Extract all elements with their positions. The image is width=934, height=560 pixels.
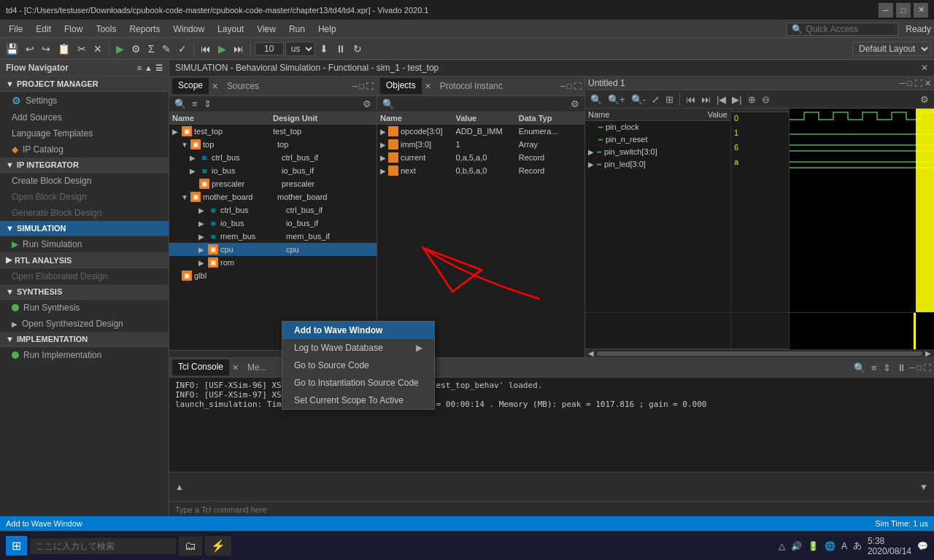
nav-item-generate-block-design[interactable]: Generate Block Design xyxy=(0,205,169,221)
flow-nav-collapse-icon[interactable]: ≡ xyxy=(137,63,142,73)
ctx-log-to-wave-database[interactable]: Log to Wave Database ▶ xyxy=(282,339,434,357)
sum-button[interactable]: Σ xyxy=(145,42,158,56)
nav-item-language-templates[interactable]: Language Templates xyxy=(0,125,169,141)
tcl-collapse-button[interactable]: ≡ xyxy=(869,362,879,374)
minimize-button[interactable]: ─ xyxy=(879,3,893,18)
objects-close[interactable]: ✕ xyxy=(425,82,431,91)
scope-row-top[interactable]: ▼ ▣ top top xyxy=(169,138,377,151)
menu-layout[interactable]: Layout xyxy=(212,23,250,36)
nav-item-create-block-design[interactable]: Create Block Design xyxy=(0,173,169,189)
wave-next-cursor-button[interactable]: ⏭ xyxy=(699,93,713,106)
tcl-scroll-up[interactable]: ▲ xyxy=(175,482,184,492)
nav-section-rtl-analysis-header[interactable]: ▶ RTL ANALYSIS xyxy=(0,252,169,268)
scroll-right-icon[interactable]: ▶ xyxy=(925,349,931,357)
wave-settings-button[interactable]: ⚙ xyxy=(918,93,931,106)
cut-button[interactable]: ✂ xyxy=(74,42,89,56)
tcl-fullscreen-icon[interactable]: ⛶ xyxy=(923,363,931,372)
wave-marker-button[interactable]: |◀ xyxy=(714,93,728,106)
obj-row-next[interactable]: ▶ next 0,b,6,a,0 Record xyxy=(377,164,584,177)
refresh-button[interactable]: ↻ xyxy=(350,42,365,56)
sim-close-button[interactable]: ✕ xyxy=(921,63,928,73)
nav-item-ip-catalog[interactable]: ◆ IP Catalog xyxy=(0,141,169,158)
nav-item-run-synthesis[interactable]: Run Synthesis xyxy=(0,300,169,316)
tcl-expand-button[interactable]: ⇕ xyxy=(881,362,893,374)
maximize-button[interactable]: □ xyxy=(896,3,911,18)
edit-button[interactable]: ✎ xyxy=(159,42,174,56)
wave-name-row-led[interactable]: ▶ ━ pin_led[3:0] xyxy=(585,158,730,171)
wave-search-button[interactable]: 🔍 xyxy=(588,93,604,106)
delete-button[interactable]: ✕ xyxy=(90,42,105,56)
play-button[interactable]: ▶ xyxy=(215,42,229,56)
wave-minimize-icon[interactable]: ─ xyxy=(900,79,906,88)
tcl-command-input[interactable] xyxy=(175,505,928,514)
nav-item-settings[interactable]: ⚙ Settings xyxy=(0,92,169,109)
tab-tcl-console[interactable]: Tcl Console xyxy=(172,359,229,376)
scope-row-ctrl-bus-2[interactable]: ▶ ≋ ctrl_bus ctrl_bus_if xyxy=(169,203,377,217)
copy-button[interactable]: 📋 xyxy=(55,42,73,56)
scope-row-test-top[interactable]: ▶ ▣ test_top test_top xyxy=(169,125,377,138)
wave-add-marker-button[interactable]: ⊕ xyxy=(746,93,758,106)
obj-settings-button[interactable]: ⚙ xyxy=(568,98,582,110)
scope-minimize-icon[interactable]: ─ xyxy=(352,82,358,90)
menu-file[interactable]: File xyxy=(3,23,28,36)
obj-maximize-icon[interactable]: □ xyxy=(567,82,572,90)
nav-item-open-block-design[interactable]: Open Block Design xyxy=(0,189,169,205)
time-unit-select[interactable]: usnsps xyxy=(285,42,315,56)
scope-row-io-bus-1[interactable]: ▶ ≋ io_bus io_bus_if xyxy=(169,164,377,177)
obj-row-imm[interactable]: ▶ imm[3:0] 1 Array xyxy=(377,138,584,151)
obj-minimize-icon[interactable]: ─ xyxy=(560,82,566,90)
scope-row-rom[interactable]: ▶ ▣ rom xyxy=(169,256,377,269)
taskbar-app-explorer[interactable]: 🗂 xyxy=(179,537,202,556)
nav-section-synthesis-header[interactable]: ▼ SYNTHESIS xyxy=(0,284,169,300)
scope-row-prescaler[interactable]: ▣ prescaler prescaler xyxy=(169,177,377,190)
tray-lang-jp[interactable]: あ xyxy=(853,540,862,552)
scope-row-mother-board[interactable]: ▼ ▣ mother_board mother_board xyxy=(169,190,377,203)
close-button[interactable]: ✕ xyxy=(914,3,928,18)
scroll-left-icon[interactable]: ◀ xyxy=(588,349,594,357)
obj-row-opcode[interactable]: ▶ opcode[3:0] ADD_B_IMM Enumera... xyxy=(377,125,584,138)
scroll-track[interactable] xyxy=(597,351,922,356)
menu-view[interactable]: View xyxy=(251,23,282,36)
obj-expand-icon[interactable]: ⛶ xyxy=(574,82,582,90)
menu-flow[interactable]: Flow xyxy=(58,23,88,36)
settings-button[interactable]: ⚙ xyxy=(128,42,144,56)
scope-maximize-icon[interactable]: □ xyxy=(359,82,364,90)
tcl-pause-button[interactable]: ⏸ xyxy=(895,362,908,374)
start-button[interactable]: ⊞ xyxy=(6,536,27,556)
scope-row-cpu[interactable]: ▶ ▣ cpu cpu xyxy=(169,243,377,256)
wave-maximize-icon[interactable]: □ xyxy=(907,79,912,88)
obj-search-button[interactable]: 🔍 xyxy=(380,98,396,110)
wave-marker2-button[interactable]: ▶| xyxy=(730,93,744,106)
scope-settings-button[interactable]: ⚙ xyxy=(360,98,374,110)
nav-item-open-synthesized-design[interactable]: ▶ Open Synthesized Design xyxy=(0,316,169,332)
tcl-close[interactable]: ✕ xyxy=(232,363,239,373)
obj-row-current[interactable]: ▶ current 0,a,5,a,0 Record xyxy=(377,151,584,164)
wave-zoom-in-button[interactable]: 🔍+ xyxy=(606,93,628,106)
nav-item-run-simulation[interactable]: ▶ Run Simulation xyxy=(0,236,169,252)
tcl-maximize-icon[interactable]: □ xyxy=(916,363,922,372)
layout-select[interactable]: Default Layout xyxy=(852,42,931,56)
redo-button[interactable]: ↪ xyxy=(39,42,53,56)
pause-button[interactable]: ⏸ xyxy=(333,42,349,56)
wave-del-marker-button[interactable]: ⊖ xyxy=(760,93,772,106)
nav-item-open-elaborated-design[interactable]: Open Elaborated Design xyxy=(0,268,169,284)
taskbar-app-vivado[interactable]: ⚡ xyxy=(205,536,231,556)
tab-protocol-instanc[interactable]: Protocol Instanc xyxy=(434,79,509,93)
tray-icon-4[interactable]: 🌐 xyxy=(825,541,835,551)
ctx-go-to-instantiation-source[interactable]: Go to Instantiation Source Code xyxy=(282,374,434,392)
nav-section-ip-integrator-header[interactable]: ▼ IP INTEGRATOR xyxy=(0,158,169,173)
scope-collapse-button[interactable]: ≡ xyxy=(190,98,200,110)
scope-expand-button[interactable]: ⇕ xyxy=(201,98,214,110)
tcl-minimize-icon[interactable]: ─ xyxy=(910,363,916,372)
quick-access-search[interactable]: 🔍 xyxy=(787,23,898,36)
check-button[interactable]: ✓ xyxy=(175,42,190,56)
prev-button[interactable]: ⏮ xyxy=(198,42,214,56)
wave-expand-icon[interactable]: ⛶ xyxy=(914,79,922,88)
scope-row-ctrl-bus-1[interactable]: ▶ ≋ ctrl_bus ctrl_bus_if xyxy=(169,151,377,164)
menu-tools[interactable]: Tools xyxy=(90,23,122,36)
tray-lang-a[interactable]: A xyxy=(841,541,847,551)
tray-icon-3[interactable]: 🔋 xyxy=(808,541,819,551)
scope-search-button[interactable]: 🔍 xyxy=(172,98,188,110)
wave-fit-button[interactable]: ⤢ xyxy=(649,93,662,106)
tab-sources[interactable]: Sources xyxy=(221,79,265,93)
